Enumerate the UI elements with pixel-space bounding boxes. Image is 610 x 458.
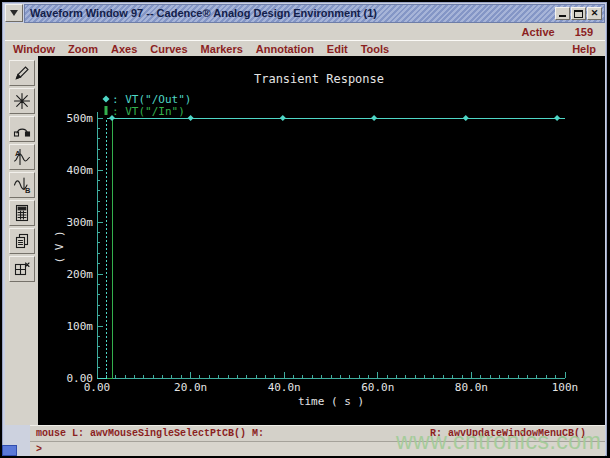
titlebar-row: Waveform Window 97 -- Cadence® Analog De… <box>5 4 605 23</box>
close-button[interactable]: ✕ <box>587 7 602 20</box>
starburst-icon <box>13 92 31 110</box>
main-area: A B <box>5 56 605 425</box>
active-status-row: Active 159 <box>5 23 605 40</box>
mouse-left-binding: mouse L: awvMouseSingleSelectPtCB() <box>36 428 246 439</box>
data-marker-out[interactable] <box>188 115 194 121</box>
zoom-unzoom-button[interactable] <box>9 88 35 114</box>
close-icon: ✕ <box>591 9 599 18</box>
maximize-button[interactable] <box>571 7 586 20</box>
menu-edit[interactable]: Edit <box>327 43 348 55</box>
plot-area[interactable]: 0.0020.0n40.0n60.0n80.0n100n0.00100m200m… <box>38 56 605 425</box>
waveform-b-icon: B <box>13 176 31 194</box>
resize-corner[interactable] <box>2 445 17 456</box>
copy-window-button[interactable] <box>9 228 35 254</box>
legend-label-in: : VT("/In") <box>112 105 185 118</box>
legend-marker-out <box>103 96 110 103</box>
calculator-button[interactable] <box>9 200 35 226</box>
y-tick-label: 0.00 <box>67 372 94 385</box>
y-tick-label: 200m <box>67 268 94 281</box>
x-tick-label: 60.0n <box>361 381 394 394</box>
x-tick-label: 20.0n <box>174 381 207 394</box>
menu-curves[interactable]: Curves <box>150 43 187 55</box>
chart-title: Transient Response <box>254 72 384 86</box>
maximize-icon <box>574 10 583 18</box>
left-toolbar: A B <box>5 56 38 425</box>
window-menu-chevron-icon <box>10 10 18 16</box>
calculator-icon <box>13 204 31 222</box>
minimize-icon <box>559 15 566 17</box>
x-axis-label: time ( s ) <box>298 395 364 408</box>
y-tick-label: 400m <box>67 164 94 177</box>
minimize-button[interactable] <box>555 7 570 20</box>
y-tick-label: 100m <box>67 320 94 333</box>
window-controls: ✕ <box>555 7 602 20</box>
vertical-marker-button[interactable]: A <box>9 144 35 170</box>
active-label: Active <box>522 26 555 38</box>
prompt-text: > <box>36 444 42 455</box>
window-menu-button[interactable] <box>5 4 23 22</box>
horizontal-marker-button[interactable]: B <box>9 172 35 198</box>
y-axis-label: ( V ) <box>53 230 66 263</box>
subwindow-button[interactable] <box>9 256 35 282</box>
x-tick-label: 80.0n <box>455 381 488 394</box>
data-marker-out[interactable] <box>554 115 560 121</box>
menu-axes[interactable]: Axes <box>111 43 137 55</box>
pen-icon <box>13 64 31 82</box>
menu-window[interactable]: Window <box>13 43 55 55</box>
menu-bar: Window Zoom Axes Curves Markers Annotati… <box>5 40 605 56</box>
data-marker-out[interactable] <box>371 115 377 121</box>
waveform-a-icon: A <box>13 148 31 166</box>
y-tick-label: 300m <box>67 216 94 229</box>
waveform-window: Waveform Window 97 -- Cadence® Analog De… <box>0 0 610 458</box>
copy-icon <box>13 232 31 250</box>
curve-tool-button[interactable] <box>9 116 35 142</box>
menu-zoom[interactable]: Zoom <box>68 43 98 55</box>
x-tick-label: 40.0n <box>268 381 301 394</box>
menu-tools[interactable]: Tools <box>361 43 390 55</box>
y-tick-label: 500m <box>67 112 94 125</box>
data-marker-out[interactable] <box>463 115 469 121</box>
legend-marker-in <box>105 106 108 115</box>
titlebar[interactable]: Waveform Window 97 -- Cadence® Analog De… <box>24 4 605 23</box>
x-tick-label: 100n <box>552 381 579 394</box>
split-window-icon <box>13 260 31 278</box>
draw-tool-button[interactable] <box>9 60 35 86</box>
mouse-middle-binding: M: <box>252 428 264 439</box>
arc-icon <box>13 120 31 138</box>
menu-annotation[interactable]: Annotation <box>256 43 314 55</box>
window-title: Waveform Window 97 -- Cadence® Analog De… <box>30 7 377 19</box>
data-marker-out[interactable] <box>280 115 286 121</box>
transient-response-chart: 0.0020.0n40.0n60.0n80.0n100n0.00100m200m… <box>38 56 605 425</box>
menu-markers[interactable]: Markers <box>201 43 243 55</box>
active-count: 159 <box>575 26 593 38</box>
svg-text:B: B <box>25 186 31 195</box>
menu-help[interactable]: Help <box>572 43 605 55</box>
watermark-text: www.cntronics.com <box>396 428 601 455</box>
